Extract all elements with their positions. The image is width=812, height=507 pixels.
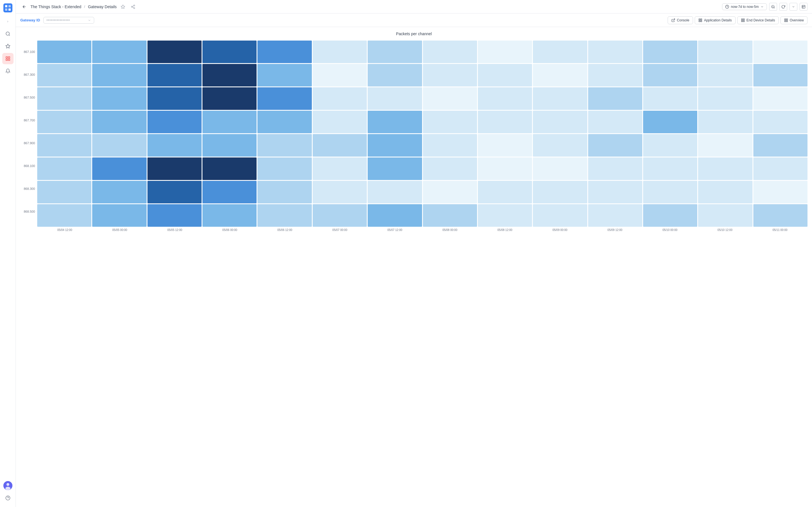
- heatmap-cell: [588, 64, 642, 87]
- svg-point-21: [134, 7, 135, 8]
- y-label: 867.700: [20, 109, 35, 132]
- heatmap-area: 05/04 12:0005/05 00:0005/05 12:0005/06 0…: [37, 41, 808, 231]
- heatmap-cell: [533, 204, 587, 227]
- sidebar-star-icon[interactable]: [2, 41, 13, 52]
- heatmap-cell: [533, 41, 587, 63]
- heatmap-cell: [753, 87, 808, 110]
- heatmap-cell: [92, 41, 146, 63]
- heatmap-cell: [202, 111, 257, 133]
- y-label: 868.500: [20, 200, 35, 223]
- time-range-picker[interactable]: now-7d to now-5m: [722, 3, 767, 10]
- heatmap-cell: [478, 158, 532, 180]
- user-avatar[interactable]: [3, 481, 12, 490]
- heatmap-cell: [423, 41, 477, 63]
- sidebar-dashboard-icon[interactable]: [2, 53, 13, 64]
- x-label: 05/05 00:00: [92, 228, 147, 231]
- heatmap-cell: [257, 111, 312, 133]
- heatmap-cell: [588, 111, 642, 133]
- heatmap-cell: [92, 111, 146, 133]
- svg-line-31: [673, 18, 675, 20]
- heatmap-cell: [698, 181, 752, 203]
- refresh-button[interactable]: [779, 3, 787, 11]
- heatmap-cell: [753, 158, 808, 180]
- svg-rect-32: [699, 18, 700, 20]
- zoom-out-button[interactable]: [769, 3, 777, 11]
- end-device-details-button[interactable]: End Device Details: [737, 16, 779, 24]
- svg-rect-43: [786, 20, 788, 22]
- heatmap-cell: [698, 87, 752, 110]
- layout-button[interactable]: [800, 3, 808, 11]
- heatmap-cell: [478, 204, 532, 227]
- y-label: 867.900: [20, 132, 35, 155]
- heatmap-cell: [147, 181, 202, 203]
- sidebar-search-icon[interactable]: [2, 28, 13, 40]
- svg-point-19: [134, 5, 135, 6]
- gateway-id-select[interactable]: ••••••••••••••••: [43, 17, 94, 24]
- sidebar-expand-icon[interactable]: ›: [2, 16, 13, 27]
- heatmap-cell: [423, 111, 477, 133]
- back-button[interactable]: [20, 3, 28, 11]
- x-label: 05/09 00:00: [532, 228, 587, 231]
- svg-rect-4: [8, 8, 11, 11]
- page-content: Packets per channel 867.100867.300867.50…: [16, 27, 812, 507]
- svg-point-14: [5, 487, 10, 490]
- share-button[interactable]: [129, 3, 137, 11]
- heatmap-cell: [423, 181, 477, 203]
- application-details-button[interactable]: Application Details: [695, 16, 735, 24]
- heatmap-cell: [423, 134, 477, 157]
- heatmap-cell: [37, 158, 91, 180]
- heatmap-cell: [257, 181, 312, 203]
- svg-rect-9: [8, 57, 10, 58]
- heatmap-chart: Packets per channel 867.100867.300867.50…: [20, 32, 808, 231]
- heatmap-cell: [533, 181, 587, 203]
- heatmap-cell: [588, 204, 642, 227]
- console-button[interactable]: Console: [668, 16, 693, 24]
- sidebar: ›: [0, 0, 16, 507]
- heatmap-cell: [368, 64, 422, 87]
- svg-line-23: [133, 6, 134, 6]
- end-device-details-label: End Device Details: [747, 18, 775, 22]
- y-label: 868.100: [20, 155, 35, 177]
- y-label: 867.500: [20, 86, 35, 109]
- console-label: Console: [677, 18, 689, 22]
- heatmap-cell: [202, 41, 257, 63]
- x-label: 05/10 12:00: [698, 228, 753, 231]
- svg-rect-11: [8, 59, 10, 61]
- x-label: 05/05 12:00: [147, 228, 202, 231]
- heatmap-cell: [643, 64, 697, 87]
- heatmap-cell: [368, 111, 422, 133]
- overview-button[interactable]: Overview: [780, 16, 808, 24]
- heatmap-cell: [37, 204, 91, 227]
- heatmap-cell: [423, 204, 477, 227]
- heatmap-cell: [147, 64, 202, 87]
- svg-rect-40: [784, 18, 786, 20]
- svg-point-20: [132, 6, 133, 7]
- heatmap-cell: [37, 87, 91, 110]
- x-label: 05/11 00:00: [753, 228, 808, 231]
- heatmap-cell: [753, 204, 808, 227]
- x-label: 05/08 12:00: [477, 228, 532, 231]
- sidebar-bell-icon[interactable]: [2, 65, 13, 76]
- refresh-dropdown-button[interactable]: [790, 3, 797, 11]
- svg-rect-37: [743, 18, 744, 20]
- heatmap-cell: [257, 87, 312, 110]
- heatmap-cell: [37, 41, 91, 63]
- svg-point-5: [6, 32, 9, 35]
- heatmap-cell: [423, 64, 477, 87]
- sidebar-help-icon[interactable]: [2, 492, 13, 504]
- svg-rect-33: [701, 18, 702, 20]
- svg-rect-35: [701, 20, 702, 22]
- heatmap-cell: [643, 111, 697, 133]
- heatmap-cell: [92, 87, 146, 110]
- topbar-actions: now-7d to now-5m: [722, 3, 808, 11]
- breadcrumb-page: Gateway Details: [88, 4, 117, 9]
- heatmap-cell: [92, 64, 146, 87]
- star-button[interactable]: [119, 3, 127, 11]
- heatmap-cell: [698, 134, 752, 157]
- heatmap-cell: [478, 87, 532, 110]
- heatmap-cell: [202, 64, 257, 87]
- chart-wrapper: 867.100867.300867.500867.700867.900868.1…: [20, 41, 808, 231]
- heatmap-cell: [313, 64, 367, 87]
- heatmap-cell: [147, 204, 202, 227]
- main-content: The Things Stack - Extended / Gateway De…: [16, 0, 812, 507]
